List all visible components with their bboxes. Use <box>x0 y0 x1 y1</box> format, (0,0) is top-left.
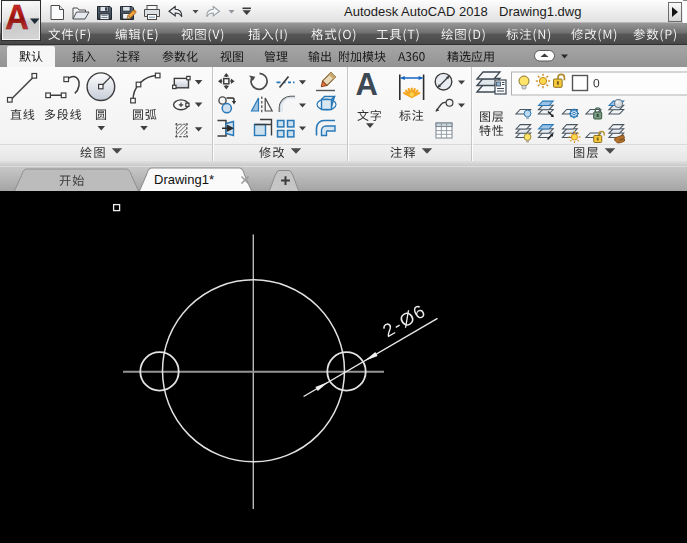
svg-text:A: A <box>355 67 377 102</box>
svg-text:A: A <box>5 0 29 36</box>
